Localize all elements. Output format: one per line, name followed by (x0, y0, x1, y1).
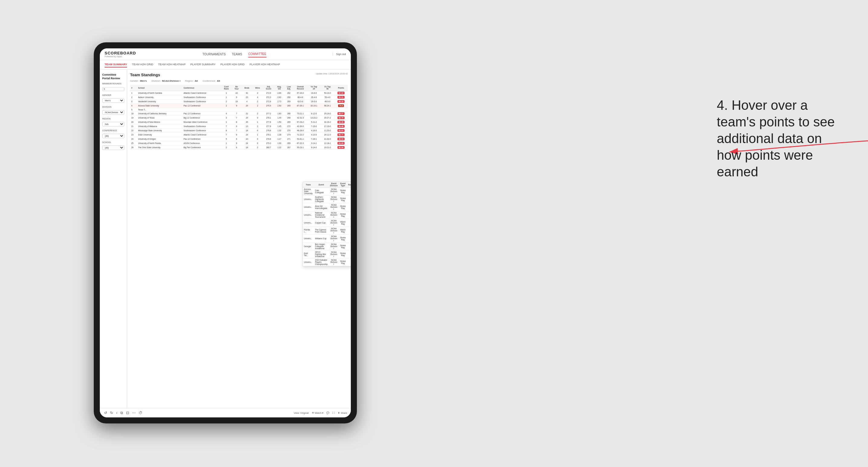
col-low: LowAdj. (284, 85, 294, 91)
tooltip-col-team: Team (303, 182, 314, 188)
table-row: 23 Duke University Atlantic Coast Confer… (130, 133, 348, 137)
division-label: Division (102, 106, 124, 108)
list-item: Univers... 2023 Sahalee Players Champion… (303, 258, 351, 266)
clock-icon[interactable]: ⏱ (138, 410, 143, 415)
sub-nav: TEAM SUMMARY TEAM H2H GRID TEAM H2H HEAT… (100, 60, 351, 69)
report-filters: Gender: Men's Division: NCAA Division I … (130, 80, 348, 82)
sidebar-gender: Gender Men's (102, 94, 124, 103)
table-row: 5 Texas T... (130, 108, 348, 112)
paste-icon[interactable]: ⊡ (125, 410, 130, 415)
menu-icon[interactable]: ⋯ (131, 410, 136, 415)
list-item: East Ter... OFCC Fighting Illini Invitat… (303, 250, 351, 258)
sidebar-region: Region N/A (102, 118, 124, 126)
col-bnds: Bnds (241, 85, 252, 91)
list-item: Univers... Amer Art Intercollegiate NCAA… (303, 203, 351, 211)
sidebar-division: Division NCAA Division I (102, 106, 124, 115)
list-item: Univers... Copper Cup NCAA Division I Ma… (303, 219, 351, 227)
col-avg-sg: Avg.SG (274, 85, 284, 91)
school-select[interactable]: (All) (102, 146, 124, 150)
conference-select[interactable]: (All) (102, 134, 124, 138)
table-row: 25 University of North Florida ASUN Conf… (130, 141, 348, 146)
division-select[interactable]: NCAA Division I (102, 110, 124, 115)
table-row: 1 University of North Carolina Atlantic … (130, 91, 348, 95)
share-button[interactable]: ⬆ Share (338, 412, 347, 414)
tooltip-table: Team Event Event Division Event Type Rou… (303, 182, 351, 266)
table-row: 19 University of Texas Big 12 Conference… (130, 116, 348, 120)
table-row: 20 University of New Mexico Mountain Wes… (130, 120, 348, 124)
tab-player-h2h-grid[interactable]: PLAYER H2H GRID (220, 62, 245, 67)
annotation-text: 4. Hover over a team's points to see add… (717, 97, 844, 180)
col-points: Points (334, 85, 348, 91)
main-content: CommitteePortal Review Minimum Rounds Ge… (100, 69, 351, 408)
tab-player-h2h-heatmap[interactable]: PLAYER H2H HEATMAP (249, 62, 280, 67)
list-item: Georgia Ben Hogan Collegiate Invitationa… (303, 243, 351, 250)
filter-division: Division: NCAA Division I (152, 80, 180, 82)
sidebar-minimum-rounds: Minimum Rounds (102, 83, 124, 91)
toolbar: ↺ ↻ ‹ ⧉ ⊡ ⋯ ⏱ View: Original 👁 Watch ▾ 💬… (100, 408, 351, 417)
tab-team-h2h-heatmap[interactable]: TEAM H2H HEATMAP (158, 62, 186, 67)
app-logo: SCOREBOARD (105, 51, 136, 55)
tooltip-col-type: Event Type (339, 182, 347, 188)
tab-team-h2h-grid[interactable]: TEAM H2H GRID (132, 62, 153, 67)
share-icon: ⬆ (338, 412, 340, 414)
region-label: Region (102, 118, 124, 120)
nav-committee[interactable]: COMMITTEE (248, 51, 267, 58)
filter-gender: Gender: Men's (130, 80, 147, 82)
redo-icon[interactable]: ↻ (110, 410, 114, 415)
back-icon[interactable]: ‹ (116, 410, 118, 415)
minimum-rounds-input[interactable] (102, 87, 124, 91)
list-item: Univers... National Invitational Tournam… (303, 211, 351, 219)
col-no-tour: NoTour (232, 85, 241, 91)
app-header: SCOREBOARD Powered by clippd TOURNAMENTS… (100, 49, 351, 60)
col-vs50: Vs Top50 (320, 85, 334, 91)
gender-select[interactable]: Men's (102, 98, 124, 103)
table-row: 2 Auburn University Southeastern Confere… (130, 95, 348, 99)
nav-tournaments[interactable]: TOURNAMENTS (202, 52, 226, 57)
col-school: School (137, 85, 182, 91)
sidebar-conference: Conference (All) (102, 129, 124, 138)
col-rank: # (130, 85, 137, 91)
copy-icon[interactable]: ⧉ (120, 410, 124, 415)
sign-out-button[interactable]: Sign out (333, 53, 346, 56)
tablet-screen: SCOREBOARD Powered by clippd TOURNAMENTS… (100, 49, 351, 417)
fullscreen-icon[interactable]: ⛶ (332, 412, 335, 414)
col-adj-score: Adj.Score (263, 85, 274, 91)
school-label: School (102, 141, 124, 143)
minimum-rounds-label: Minimum Rounds (102, 83, 124, 85)
list-item: Florida I... The Cypress Point Classic N… (303, 227, 351, 235)
list-item: Univers... Williams Cup NCAA Division I … (303, 235, 351, 243)
tooltip-col-rounds: Rounds (347, 182, 351, 188)
report-title: Team Standings (130, 72, 160, 77)
table-row: 21 University of Alabama Southeastern Co… (130, 124, 348, 129)
col-conference: Conference (182, 85, 221, 91)
table-row: 3 Vanderbilt University Southeastern Con… (130, 99, 348, 104)
sidebar-school: School (All) (102, 141, 124, 150)
toolbar-right: View: Original 👁 Watch ▾ 💬 ⛶ ⬆ Share (294, 412, 347, 414)
watch-button[interactable]: 👁 Watch ▾ (312, 412, 323, 414)
sidebar-title: CommitteePortal Review (102, 73, 124, 80)
undo-icon[interactable]: ↺ (103, 410, 108, 415)
standings-table: # School Conference ConfRank NoTour Bnds… (130, 85, 348, 150)
view-original-button[interactable]: View: Original (294, 412, 309, 414)
logo-area: SCOREBOARD Powered by clippd (105, 51, 136, 58)
table-row: 18 University of California, Berkeley Pa… (130, 112, 348, 116)
nav-teams[interactable]: TEAMS (232, 52, 242, 57)
col-wins: Wins (252, 85, 263, 91)
col-vs25: Vs Top25 (307, 85, 320, 91)
table-row: 24 University of Oregon Pac-12 Conferenc… (130, 137, 348, 141)
tab-team-summary[interactable]: TEAM SUMMARY (105, 62, 127, 67)
list-item: Univers... Southern Highlands Collegiate… (303, 195, 351, 203)
report-header: Team Standings Update time: 13/03/2024 1… (130, 72, 348, 77)
comment-icon[interactable]: 💬 (326, 412, 329, 414)
tab-player-summary[interactable]: PLAYER SUMMARY (190, 62, 216, 67)
toolbar-left: ↺ ↻ ‹ ⧉ ⊡ ⋯ ⏱ (103, 410, 143, 415)
region-select[interactable]: N/A (102, 122, 124, 126)
update-time: Update time: 13/03/2024 10:03:42 (316, 72, 348, 75)
table-row: 22 Mississippi State University Southeas… (130, 129, 348, 133)
conference-label: Conference (102, 129, 124, 131)
app-logo-sub: Powered by clippd (105, 55, 136, 58)
main-nav: TOURNAMENTS TEAMS COMMITTEE (202, 51, 267, 58)
col-overall: OverallRecord (294, 85, 307, 91)
list-item: Arizona StateUniversity Cato Collegiate … (303, 188, 351, 195)
table-row-highlighted: 4 Arizona State University Pac-12 Confer… (130, 104, 348, 108)
